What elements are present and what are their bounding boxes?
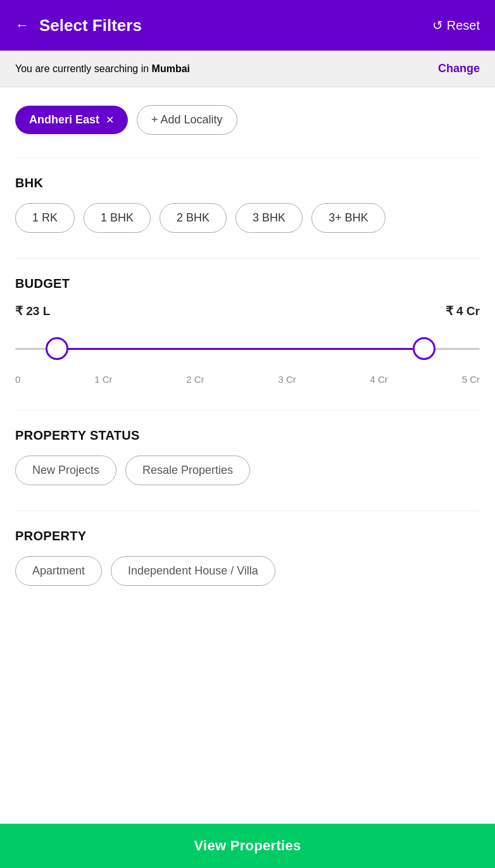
- bhk-chips: 1 RK 1 BHK 2 BHK 3 BHK 3+ BHK: [15, 203, 480, 233]
- bhk-option-1bhk[interactable]: 1 BHK: [84, 203, 151, 233]
- bhk-section: BHK 1 RK 1 BHK 2 BHK 3 BHK 3+ BHK: [15, 176, 480, 233]
- header: ← Select Filters ↺ Reset: [0, 0, 495, 51]
- tick-2cr: 2 Cr: [186, 374, 204, 385]
- budget-range-labels: ₹ 23 L ₹ 4 Cr: [15, 304, 480, 318]
- divider-4: [15, 511, 480, 511]
- property-status-label: PROPERTY STATUS: [15, 428, 480, 443]
- property-status-section: PROPERTY STATUS New Projects Resale Prop…: [15, 428, 480, 485]
- location-text: You are currently searching in Mumbai: [15, 63, 190, 75]
- bhk-label: BHK: [15, 176, 480, 190]
- locality-section: Andheri East ✕ + Add Locality: [15, 105, 480, 135]
- property-chips: Apartment Independent House / Villa: [15, 556, 480, 586]
- tick-3cr: 3 Cr: [278, 374, 296, 385]
- tick-0: 0: [15, 374, 20, 385]
- budget-max-label: ₹ 4 Cr: [446, 304, 480, 318]
- app-container: ← Select Filters ↺ Reset You are current…: [0, 0, 495, 868]
- divider-2: [15, 258, 480, 259]
- divider-1: [15, 158, 480, 158]
- back-button[interactable]: ←: [15, 17, 29, 34]
- budget-min-label: ₹ 23 L: [15, 304, 50, 318]
- property-label: PROPERTY: [15, 529, 480, 543]
- reset-button[interactable]: ↺ Reset: [432, 18, 480, 33]
- active-locality-label: Andheri East: [29, 113, 99, 127]
- property-section: PROPERTY Apartment Independent House / V…: [15, 529, 480, 586]
- bhk-option-3plusbhk[interactable]: 3+ BHK: [311, 203, 385, 233]
- slider-fill: [57, 348, 424, 350]
- slider-thumb-min[interactable]: [46, 337, 68, 360]
- bhk-option-2bhk[interactable]: 2 BHK: [160, 203, 227, 233]
- budget-label: BUDGET: [15, 276, 480, 291]
- slider-thumb-max[interactable]: [413, 337, 435, 360]
- tick-1cr: 1 Cr: [94, 374, 112, 385]
- bhk-option-3bhk[interactable]: 3 BHK: [235, 203, 303, 233]
- location-prefix: You are currently searching in: [15, 63, 149, 74]
- main-content: Andheri East ✕ + Add Locality BHK 1 RK 1…: [0, 87, 495, 846]
- budget-section: BUDGET ₹ 23 L ₹ 4 Cr 0 1 Cr 2 Cr 3 Cr 4 …: [15, 276, 480, 385]
- active-locality-chip[interactable]: Andheri East ✕: [15, 106, 128, 134]
- reset-icon: ↺: [432, 18, 443, 33]
- divider-3: [15, 410, 480, 411]
- status-new-projects[interactable]: New Projects: [15, 456, 116, 485]
- reset-label: Reset: [447, 18, 480, 33]
- location-city: Mumbai: [152, 63, 190, 74]
- add-locality-button[interactable]: + Add Locality: [137, 105, 237, 135]
- header-left: ← Select Filters: [15, 16, 142, 35]
- page-title: Select Filters: [39, 16, 142, 35]
- budget-slider[interactable]: [15, 330, 480, 368]
- property-independent-house[interactable]: Independent House / Villa: [111, 556, 275, 586]
- change-button[interactable]: Change: [438, 62, 480, 75]
- bhk-option-1rk[interactable]: 1 RK: [15, 203, 75, 233]
- tick-4cr: 4 Cr: [370, 374, 388, 385]
- remove-locality-icon[interactable]: ✕: [106, 114, 114, 126]
- status-chips: New Projects Resale Properties: [15, 456, 480, 485]
- property-apartment[interactable]: Apartment: [15, 556, 102, 586]
- tick-5cr: 5 Cr: [462, 374, 480, 385]
- view-properties-label: View Properties: [194, 838, 301, 853]
- status-resale-properties[interactable]: Resale Properties: [125, 456, 250, 485]
- slider-ticks: 0 1 Cr 2 Cr 3 Cr 4 Cr 5 Cr: [15, 374, 480, 385]
- view-properties-button[interactable]: View Properties: [0, 824, 495, 868]
- location-bar: You are currently searching in Mumbai Ch…: [0, 51, 495, 87]
